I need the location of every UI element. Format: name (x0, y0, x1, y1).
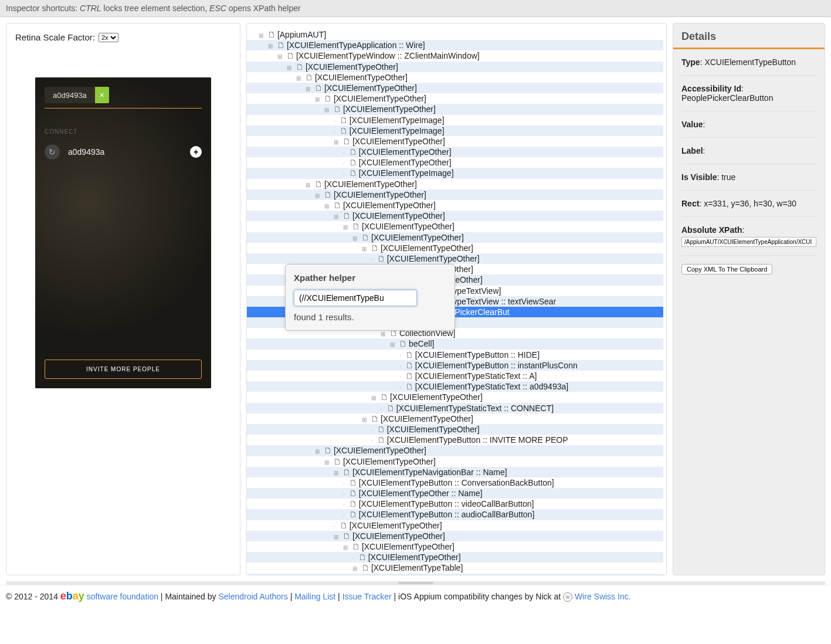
copy-xml-button[interactable]: Copy XML To The Clipboard (681, 264, 772, 274)
detail-label: Label: (681, 138, 816, 164)
tree-node[interactable]: · 🗋[XCUIElementTypeStaticText :: a0d9493… (247, 381, 663, 392)
tree-node[interactable]: ⊞ 🗋[XCUIElementTypeNavigationBar :: Name… (247, 467, 663, 477)
tree-node[interactable]: ⊞ 🗋[XCUIElementTypeOther] (247, 445, 663, 456)
tree-node[interactable]: ⊞ 🗋[XCUIElementTypeOther] (247, 211, 663, 221)
software-foundation-link[interactable]: software foundation (87, 592, 158, 601)
selendroid-link[interactable]: Selendroid Authors (218, 592, 287, 601)
tree-node[interactable]: ⊞ 🗋beCell] (247, 338, 663, 349)
invite-button[interactable]: INVITE MORE PEOPLE (45, 360, 202, 379)
tree-node[interactable]: ⊞ 🗋[XCUIElementTypeOther] (247, 62, 663, 72)
tree-node[interactable]: · 🗋[XCUIElementTypeOther] (247, 552, 663, 562)
tree-node[interactable]: · 🗋[XCUIElementTypeImage] (247, 126, 663, 136)
xpather-helper: Xpather helper found 1 results. (285, 264, 455, 331)
details-header: Details (673, 23, 825, 49)
retina-label: Retina Scale Factor: (15, 32, 95, 42)
tree-panel: ⊞ 🗋[AppiumAUT]⊞ 🗋[XCUIElementTypeApplica… (246, 23, 667, 575)
tree-node[interactable]: ⊞ 🗋[XCUIElementTypeOther] (247, 104, 663, 114)
tree-node[interactable]: · 🗋[XCUIElementTypeOther :: Name] (247, 488, 663, 499)
tree-node[interactable]: · 🗋[XCUIElementTypeStaticText :: CONNECT… (247, 403, 663, 413)
ebay-logo: ebay (60, 590, 84, 602)
mailing-list-link[interactable]: Mailing List (294, 592, 335, 601)
clear-icon[interactable]: × (95, 87, 109, 103)
tree-node[interactable]: ⊞ 🗋[XCUIElementTypeTable] (247, 562, 663, 573)
tree-node[interactable]: ⊞ 🗋[XCUIElementTypeOther] (247, 541, 663, 552)
connect-heading: CONNECT (35, 118, 211, 140)
tree-node[interactable]: ⊞ 🗋[XCUIElementTypeApplication :: Wire] (247, 40, 663, 50)
search-tag: a0d9493a × (45, 87, 109, 103)
tree-node[interactable]: ⊞ 🗋[AppiumAUT] (247, 29, 663, 40)
detail-accessibility: Accessibility Id:PeoplePickerClearButton (681, 76, 816, 111)
tree-node[interactable]: · 🗋[XCUIElementTypeStaticText :: A] (247, 371, 663, 381)
wire-icon: w (563, 592, 572, 602)
tree-node[interactable]: ⊞ 🗋[XCUIElementTypeOther] (247, 531, 663, 541)
tree-node[interactable]: · 🗋[XCUIElementTypeImage] (247, 168, 663, 178)
tree-node[interactable]: ⊞ 🗋[XCUIElementTypeOther] (247, 232, 663, 243)
xpath-input[interactable] (681, 237, 816, 247)
tree-node[interactable]: ⊞ 🗋[XCUIElementTypeWindow :: ZClientMain… (247, 50, 663, 61)
detail-visible: Is Visible: true (681, 164, 816, 191)
tree-node[interactable]: · 🗋[XCUIElementTypeOther] (247, 147, 663, 157)
tree-node[interactable]: ⊞ 🗋[XCUIElementTypeOther] (247, 179, 663, 189)
tree-node[interactable]: ⊞ 🗋[XCUIElementTypeOther] (247, 413, 663, 424)
tree-node[interactable]: ⊞ 🗋[XCUIElementTypeOther] (247, 72, 663, 83)
tree-node[interactable]: · 🗋[XCUIElementTypeOther] (247, 157, 663, 168)
left-panel: Retina Scale Factor: 2x a0d9493a × CONNE… (6, 23, 240, 575)
tree-node[interactable]: · 🗋[XCUIElementTypeOther] (247, 424, 663, 435)
shortcuts-bar: Inspector shortcuts: CTRL locks tree ele… (0, 0, 831, 17)
tree-node[interactable]: ⊞ 🗋[XCUIElementTypeOther] (247, 93, 663, 104)
tree-node[interactable]: ⊞ 🗋[XCUIElementTypeOther] (247, 189, 663, 200)
footer: © 2012 - 2014 ebay software foundation |… (0, 585, 831, 607)
xpather-results: found 1 results. (294, 312, 446, 322)
plus-icon[interactable]: + (190, 146, 202, 158)
xpather-title: Xpather helper (294, 273, 446, 283)
issue-tracker-link[interactable]: Issue Tracker (342, 592, 392, 601)
retina-select[interactable]: 2x (99, 33, 118, 42)
tree-node[interactable]: ⊞ 🗋[XCUIElementTypeOther] (247, 243, 663, 253)
detail-rect: Rect: x=331, y=36, h=30, w=30 (681, 191, 816, 217)
tree-node[interactable]: ⊞ 🗋[XCUIElementTypeOther] (247, 136, 663, 147)
tree-node[interactable]: ⊞ 🗋[XCUIElementTypeOther] (247, 200, 663, 211)
tree-node[interactable]: · 🗋[XCUIElementTypeOther] (247, 520, 663, 531)
tree-node[interactable]: · 🗋[XCUIElementTypeButton :: instantPlus… (247, 360, 663, 371)
tree-node[interactable]: · 🗋[XCUIElementTypeImage] (247, 115, 663, 126)
details-panel: Details Type: XCUIElementTypeButton Acce… (673, 23, 825, 575)
tree-node[interactable]: · 🗋[XCUIElementTypeOther] (247, 253, 663, 264)
tree-node[interactable]: · 🗋[XCUIElementTypeButton :: INVITE MORE… (247, 435, 663, 445)
tree-node[interactable]: · 🗋[XCUIElementTypeButton :: HIDE] (247, 350, 663, 360)
detail-type: Type: XCUIElementTypeButton (681, 49, 816, 76)
tree-node[interactable]: · 🗋[XCUIElementTypeButton :: Conversatio… (247, 477, 663, 488)
tree-node[interactable]: ⊞ 🗋[XCUIElementTypeOther] (247, 392, 663, 402)
tree-node[interactable]: · 🗋[XCUIElementTypeButton :: audioCallBa… (247, 509, 663, 520)
tree-node[interactable]: ⊞ 🗋[XCUIElementTypeOther] (247, 83, 663, 93)
tree-node[interactable]: · 🗋[XCUIElementTypeButton :: videoCallBa… (247, 499, 663, 509)
device-screenshot[interactable]: a0d9493a × CONNECT ↻ a0d9493a + INVITE M… (35, 77, 211, 388)
search-tag-label: a0d9493a (45, 87, 95, 103)
tree-node[interactable]: ⊞ 🗋[XCUIElementTypeOther] (247, 221, 663, 232)
tree-node[interactable]: ⊞ 🗋[XCUIElementTypeOther] (247, 456, 663, 467)
contact-name: a0d9493a (68, 147, 190, 157)
tree-node[interactable]: ⊞ 🗋[XCUIElementTypeCell] (247, 574, 663, 575)
xpather-input[interactable] (294, 290, 417, 306)
wire-link[interactable]: Wire Swiss Inc. (575, 592, 631, 601)
contact-row[interactable]: ↻ a0d9493a + (35, 140, 211, 164)
detail-value: Value: (681, 111, 816, 138)
avatar-icon: ↻ (45, 144, 60, 160)
detail-xpath: Absolute XPath: (681, 217, 816, 256)
